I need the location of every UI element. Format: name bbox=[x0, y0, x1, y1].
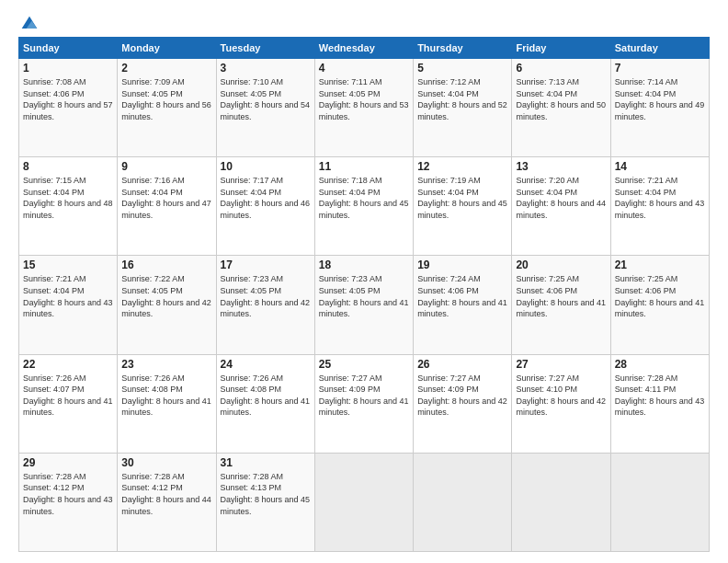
day-info: Sunrise: 7:21 AMSunset: 4:04 PMDaylight:… bbox=[23, 273, 113, 319]
day-info: Sunrise: 7:26 AMSunset: 4:07 PMDaylight:… bbox=[23, 373, 113, 419]
day-number: 13 bbox=[516, 160, 606, 173]
calendar-cell: 24Sunrise: 7:26 AMSunset: 4:08 PMDayligh… bbox=[216, 354, 314, 453]
logo bbox=[18, 15, 39, 29]
page: SundayMondayTuesdayWednesdayThursdayFrid… bbox=[0, 0, 728, 563]
calendar-week-row: 22Sunrise: 7:26 AMSunset: 4:07 PMDayligh… bbox=[19, 354, 710, 453]
calendar-cell bbox=[512, 453, 610, 551]
day-info: Sunrise: 7:28 AMSunset: 4:12 PMDaylight:… bbox=[121, 471, 211, 517]
calendar-cell: 31Sunrise: 7:28 AMSunset: 4:13 PMDayligh… bbox=[216, 453, 314, 551]
calendar-week-row: 8Sunrise: 7:15 AMSunset: 4:04 PMDaylight… bbox=[19, 157, 710, 256]
calendar-header-monday: Monday bbox=[118, 38, 216, 59]
calendar-header-tuesday: Tuesday bbox=[216, 38, 314, 59]
day-number: 28 bbox=[615, 358, 705, 371]
calendar-header-saturday: Saturday bbox=[610, 38, 709, 59]
day-info: Sunrise: 7:26 AMSunset: 4:08 PMDaylight:… bbox=[121, 373, 211, 419]
day-info: Sunrise: 7:27 AMSunset: 4:09 PMDaylight:… bbox=[319, 373, 409, 419]
logo-icon bbox=[20, 15, 39, 33]
calendar-cell bbox=[414, 453, 512, 551]
day-number: 7 bbox=[615, 62, 705, 75]
calendar-cell: 20Sunrise: 7:25 AMSunset: 4:06 PMDayligh… bbox=[512, 256, 610, 354]
day-info: Sunrise: 7:08 AMSunset: 4:06 PMDaylight:… bbox=[23, 76, 113, 122]
day-number: 31 bbox=[221, 456, 311, 469]
day-number: 6 bbox=[516, 62, 606, 75]
day-info: Sunrise: 7:17 AMSunset: 4:04 PMDaylight:… bbox=[221, 175, 311, 221]
calendar-cell: 21Sunrise: 7:25 AMSunset: 4:06 PMDayligh… bbox=[610, 256, 709, 354]
calendar-header-sunday: Sunday bbox=[19, 38, 118, 59]
calendar-cell: 30Sunrise: 7:28 AMSunset: 4:12 PMDayligh… bbox=[118, 453, 216, 551]
day-info: Sunrise: 7:28 AMSunset: 4:13 PMDaylight:… bbox=[221, 471, 311, 517]
calendar-week-row: 15Sunrise: 7:21 AMSunset: 4:04 PMDayligh… bbox=[19, 256, 710, 354]
day-number: 24 bbox=[221, 358, 311, 371]
calendar-cell: 12Sunrise: 7:19 AMSunset: 4:04 PMDayligh… bbox=[414, 157, 512, 256]
calendar-cell: 3Sunrise: 7:10 AMSunset: 4:05 PMDaylight… bbox=[216, 59, 314, 157]
calendar-cell: 7Sunrise: 7:14 AMSunset: 4:04 PMDaylight… bbox=[610, 59, 709, 157]
calendar-cell: 22Sunrise: 7:26 AMSunset: 4:07 PMDayligh… bbox=[19, 354, 118, 453]
day-number: 11 bbox=[319, 160, 409, 173]
calendar-header-wednesday: Wednesday bbox=[314, 38, 413, 59]
day-number: 18 bbox=[319, 259, 409, 271]
calendar-cell: 23Sunrise: 7:26 AMSunset: 4:08 PMDayligh… bbox=[118, 354, 216, 453]
calendar-week-row: 1Sunrise: 7:08 AMSunset: 4:06 PMDaylight… bbox=[19, 59, 710, 157]
calendar-cell: 19Sunrise: 7:24 AMSunset: 4:06 PMDayligh… bbox=[414, 256, 512, 354]
header bbox=[18, 15, 710, 29]
day-number: 14 bbox=[615, 160, 705, 173]
calendar-header-row: SundayMondayTuesdayWednesdayThursdayFrid… bbox=[19, 38, 710, 59]
calendar-cell: 16Sunrise: 7:22 AMSunset: 4:05 PMDayligh… bbox=[118, 256, 216, 354]
calendar-cell: 18Sunrise: 7:23 AMSunset: 4:05 PMDayligh… bbox=[314, 256, 413, 354]
calendar-cell: 13Sunrise: 7:20 AMSunset: 4:04 PMDayligh… bbox=[512, 157, 610, 256]
calendar-cell: 1Sunrise: 7:08 AMSunset: 4:06 PMDaylight… bbox=[19, 59, 118, 157]
calendar-cell bbox=[314, 453, 413, 551]
day-info: Sunrise: 7:23 AMSunset: 4:05 PMDaylight:… bbox=[319, 273, 409, 319]
calendar-cell bbox=[610, 453, 709, 551]
day-info: Sunrise: 7:28 AMSunset: 4:12 PMDaylight:… bbox=[23, 471, 113, 517]
day-number: 9 bbox=[121, 160, 211, 173]
calendar-cell: 28Sunrise: 7:28 AMSunset: 4:11 PMDayligh… bbox=[610, 354, 709, 453]
day-number: 22 bbox=[23, 358, 113, 371]
day-info: Sunrise: 7:15 AMSunset: 4:04 PMDaylight:… bbox=[23, 175, 113, 221]
day-info: Sunrise: 7:25 AMSunset: 4:06 PMDaylight:… bbox=[516, 273, 606, 319]
day-info: Sunrise: 7:11 AMSunset: 4:05 PMDaylight:… bbox=[319, 76, 409, 122]
day-number: 15 bbox=[23, 259, 113, 271]
day-number: 23 bbox=[121, 358, 211, 371]
day-number: 3 bbox=[221, 62, 311, 75]
calendar-header-thursday: Thursday bbox=[414, 38, 512, 59]
day-info: Sunrise: 7:12 AMSunset: 4:04 PMDaylight:… bbox=[417, 76, 507, 122]
calendar-header-friday: Friday bbox=[512, 38, 610, 59]
day-info: Sunrise: 7:09 AMSunset: 4:05 PMDaylight:… bbox=[121, 76, 211, 122]
day-info: Sunrise: 7:19 AMSunset: 4:04 PMDaylight:… bbox=[417, 175, 507, 221]
day-number: 1 bbox=[23, 62, 113, 75]
day-info: Sunrise: 7:21 AMSunset: 4:04 PMDaylight:… bbox=[615, 175, 705, 221]
calendar-week-row: 29Sunrise: 7:28 AMSunset: 4:12 PMDayligh… bbox=[19, 453, 710, 551]
calendar-cell: 14Sunrise: 7:21 AMSunset: 4:04 PMDayligh… bbox=[610, 157, 709, 256]
day-number: 19 bbox=[417, 259, 507, 271]
day-number: 30 bbox=[121, 456, 211, 469]
day-number: 27 bbox=[516, 358, 606, 371]
calendar-cell: 2Sunrise: 7:09 AMSunset: 4:05 PMDaylight… bbox=[118, 59, 216, 157]
calendar-cell: 27Sunrise: 7:27 AMSunset: 4:10 PMDayligh… bbox=[512, 354, 610, 453]
day-number: 12 bbox=[417, 160, 507, 173]
calendar-cell: 25Sunrise: 7:27 AMSunset: 4:09 PMDayligh… bbox=[314, 354, 413, 453]
day-info: Sunrise: 7:25 AMSunset: 4:06 PMDaylight:… bbox=[615, 273, 705, 319]
day-number: 16 bbox=[121, 259, 211, 271]
day-info: Sunrise: 7:28 AMSunset: 4:11 PMDaylight:… bbox=[615, 373, 705, 419]
day-info: Sunrise: 7:14 AMSunset: 4:04 PMDaylight:… bbox=[615, 76, 705, 122]
day-info: Sunrise: 7:22 AMSunset: 4:05 PMDaylight:… bbox=[121, 273, 211, 319]
day-info: Sunrise: 7:27 AMSunset: 4:10 PMDaylight:… bbox=[516, 373, 606, 419]
day-info: Sunrise: 7:24 AMSunset: 4:06 PMDaylight:… bbox=[417, 273, 507, 319]
day-number: 10 bbox=[221, 160, 311, 173]
day-number: 5 bbox=[417, 62, 507, 75]
calendar-cell: 10Sunrise: 7:17 AMSunset: 4:04 PMDayligh… bbox=[216, 157, 314, 256]
day-number: 21 bbox=[615, 259, 705, 271]
day-info: Sunrise: 7:16 AMSunset: 4:04 PMDaylight:… bbox=[121, 175, 211, 221]
day-number: 8 bbox=[23, 160, 113, 173]
calendar-cell: 5Sunrise: 7:12 AMSunset: 4:04 PMDaylight… bbox=[414, 59, 512, 157]
day-info: Sunrise: 7:26 AMSunset: 4:08 PMDaylight:… bbox=[221, 373, 311, 419]
calendar-cell: 15Sunrise: 7:21 AMSunset: 4:04 PMDayligh… bbox=[19, 256, 118, 354]
calendar-cell: 9Sunrise: 7:16 AMSunset: 4:04 PMDaylight… bbox=[118, 157, 216, 256]
calendar-cell: 11Sunrise: 7:18 AMSunset: 4:04 PMDayligh… bbox=[314, 157, 413, 256]
day-number: 29 bbox=[23, 456, 113, 469]
day-info: Sunrise: 7:23 AMSunset: 4:05 PMDaylight:… bbox=[221, 273, 311, 319]
calendar-cell: 17Sunrise: 7:23 AMSunset: 4:05 PMDayligh… bbox=[216, 256, 314, 354]
day-number: 4 bbox=[319, 62, 409, 75]
calendar-cell: 6Sunrise: 7:13 AMSunset: 4:04 PMDaylight… bbox=[512, 59, 610, 157]
